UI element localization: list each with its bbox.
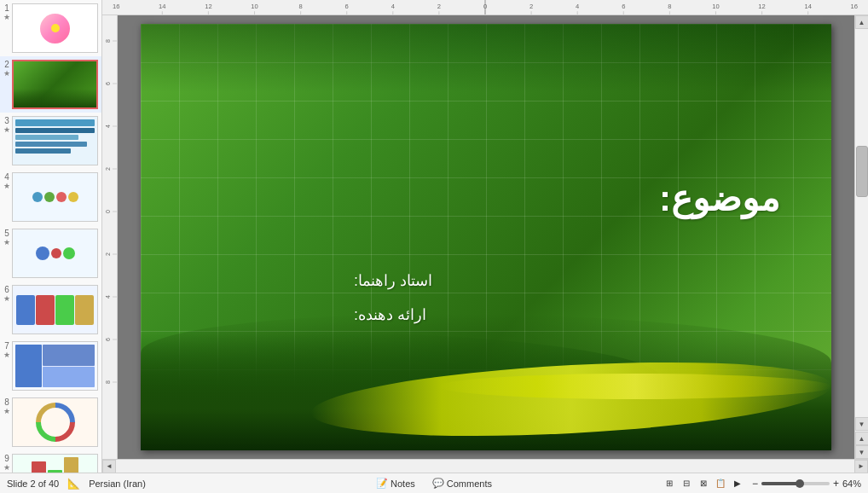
slide-star-9: ★ bbox=[3, 463, 10, 472]
notes-button[interactable]: 📝 Notes bbox=[373, 477, 419, 490]
slide-preview-3 bbox=[12, 116, 98, 165]
svg-text:8: 8 bbox=[668, 4, 671, 10]
comments-button[interactable]: 💬 Comments bbox=[429, 477, 495, 490]
slide-preview-6 bbox=[12, 285, 98, 334]
svg-text:4: 4 bbox=[105, 125, 111, 128]
slide-thumb-8[interactable]: 8 ★ bbox=[0, 394, 101, 450]
zoom-down-arrow[interactable]: ▼ bbox=[855, 445, 869, 459]
notes-view-icon[interactable]: 📋 bbox=[713, 476, 728, 491]
scroll-track-horizontal[interactable] bbox=[116, 460, 854, 473]
svg-text:10: 10 bbox=[712, 4, 719, 10]
svg-text:14: 14 bbox=[804, 4, 811, 10]
svg-text:4: 4 bbox=[105, 295, 111, 299]
svg-text:4: 4 bbox=[391, 4, 395, 10]
left-ruler: 8 6 4 2 0 2 4 6 8 bbox=[102, 15, 118, 459]
theme-icon: 📐 bbox=[67, 478, 80, 490]
slide-star-2: ★ bbox=[3, 69, 10, 78]
slide-num-2: 2 bbox=[4, 60, 9, 69]
slide-preview-4 bbox=[12, 172, 98, 222]
zoom-slider[interactable] bbox=[761, 482, 830, 485]
svg-text:12: 12 bbox=[758, 4, 765, 10]
slide-thumb-4[interactable]: 4 ★ bbox=[0, 169, 101, 225]
slide-preview-7 bbox=[12, 341, 98, 391]
zoom-up-arrow[interactable]: ▲ bbox=[855, 432, 869, 445]
normal-view-icon[interactable]: ⊞ bbox=[662, 476, 677, 491]
slide-info: Slide 2 of 40 bbox=[7, 478, 59, 489]
svg-text:6: 6 bbox=[345, 4, 349, 10]
slide-wave-yellow-accent bbox=[439, 374, 831, 399]
zoom-slider-thumb[interactable] bbox=[796, 479, 804, 488]
svg-text:14: 14 bbox=[159, 4, 165, 10]
slide-canvas: موضوع: استاد راهنما: ارائه دهنده: bbox=[141, 24, 831, 450]
slide-num-5: 5 bbox=[4, 229, 9, 238]
svg-text:6: 6 bbox=[622, 4, 625, 10]
content-area: 0 2 4 6 8 10 12 14 16 2 4 6 8 10 12 14 1 bbox=[102, 0, 868, 473]
slide-canvas-area[interactable]: موضوع: استاد راهنما: ارائه دهنده: bbox=[118, 15, 854, 459]
language-info: Persian (Iran) bbox=[89, 478, 146, 489]
svg-text:2: 2 bbox=[529, 4, 533, 10]
slide-num-4: 4 bbox=[4, 172, 9, 182]
scroll-track-vertical[interactable] bbox=[855, 29, 869, 417]
zoom-percent: 64% bbox=[842, 478, 861, 489]
status-bar: Slide 2 of 40 📐 Persian (Iran) 📝 Notes 💬… bbox=[0, 473, 868, 493]
slide-star-3: ★ bbox=[3, 125, 10, 134]
slide-thumb-5[interactable]: 5 ★ bbox=[0, 225, 101, 281]
svg-text:16: 16 bbox=[113, 4, 119, 10]
comments-icon: 💬 bbox=[432, 478, 444, 489]
slide-num-3: 3 bbox=[4, 116, 9, 125]
svg-text:2: 2 bbox=[105, 167, 111, 171]
slide-show-icon[interactable]: ▶ bbox=[730, 476, 745, 491]
svg-text:6: 6 bbox=[105, 338, 111, 341]
scroll-left-arrow[interactable]: ◄ bbox=[102, 460, 116, 473]
slide-preview-1 bbox=[12, 3, 98, 53]
slide-star-7: ★ bbox=[3, 351, 10, 359]
svg-text:12: 12 bbox=[205, 4, 211, 10]
zoom-bar: − + 64% bbox=[752, 478, 861, 490]
scroll-thumb-vertical[interactable] bbox=[856, 146, 868, 197]
slide-preview-5 bbox=[12, 229, 98, 278]
slide-title[interactable]: موضوع: bbox=[659, 177, 780, 219]
slide-star-6: ★ bbox=[3, 294, 10, 303]
zoom-in-icon[interactable]: + bbox=[833, 478, 839, 490]
svg-rect-35 bbox=[102, 15, 118, 459]
slide-label-teacher[interactable]: استاد راهنما: bbox=[354, 271, 432, 290]
right-scrollbar[interactable]: ▲ ▼ ▲ ▼ bbox=[854, 15, 868, 459]
slide-thumb-1[interactable]: 1 ★ bbox=[0, 0, 101, 56]
slide-thumb-6[interactable]: 6 ★ bbox=[0, 281, 101, 338]
slide-preview-9 bbox=[12, 454, 98, 473]
svg-text:4: 4 bbox=[576, 4, 579, 10]
comments-label: Comments bbox=[447, 478, 492, 489]
scroll-right-arrow[interactable]: ► bbox=[854, 460, 868, 473]
svg-text:2: 2 bbox=[437, 4, 441, 10]
zoom-slider-fill bbox=[761, 482, 800, 485]
slide-star-5: ★ bbox=[3, 238, 10, 246]
scroll-down-arrow[interactable]: ▼ bbox=[855, 417, 869, 431]
slide-thumb-7[interactable]: 7 ★ bbox=[0, 338, 101, 394]
zoom-out-icon[interactable]: − bbox=[752, 478, 758, 490]
svg-text:16: 16 bbox=[851, 4, 858, 10]
scroll-up-arrow[interactable]: ▲ bbox=[855, 15, 869, 29]
slide-thumb-3[interactable]: 3 ★ bbox=[0, 113, 101, 169]
slide-label-presenter[interactable]: ارائه دهنده: bbox=[354, 305, 426, 324]
svg-text:8: 8 bbox=[105, 39, 111, 43]
status-right: ⊞ ⊟ ⊠ 📋 ▶ − + 64% bbox=[662, 476, 861, 491]
svg-text:6: 6 bbox=[105, 82, 111, 85]
view-icons: ⊞ ⊟ ⊠ 📋 ▶ bbox=[662, 476, 745, 491]
slide-num-7: 7 bbox=[4, 341, 9, 351]
slide-star-1: ★ bbox=[3, 13, 10, 21]
slide-sorter-icon[interactable]: ⊠ bbox=[696, 476, 711, 491]
slide-star-4: ★ bbox=[3, 182, 10, 190]
svg-text:8: 8 bbox=[299, 4, 303, 10]
slide-num-1: 1 bbox=[4, 3, 9, 13]
slide-panel[interactable]: 1 ★ 2 ★ 3 bbox=[0, 0, 102, 473]
slide-star-8: ★ bbox=[3, 407, 10, 415]
slide-thumb-9[interactable]: 9 ★ bbox=[0, 450, 101, 473]
slide-top-gradient bbox=[141, 24, 831, 92]
slide-thumb-2[interactable]: 2 ★ bbox=[0, 56, 101, 113]
status-center: 📝 Notes 💬 Comments bbox=[373, 477, 495, 490]
svg-text:0: 0 bbox=[105, 210, 111, 213]
slide-num-6: 6 bbox=[4, 285, 9, 294]
notes-label: Notes bbox=[391, 478, 415, 489]
svg-text:0: 0 bbox=[483, 4, 487, 10]
outline-view-icon[interactable]: ⊟ bbox=[679, 476, 694, 491]
